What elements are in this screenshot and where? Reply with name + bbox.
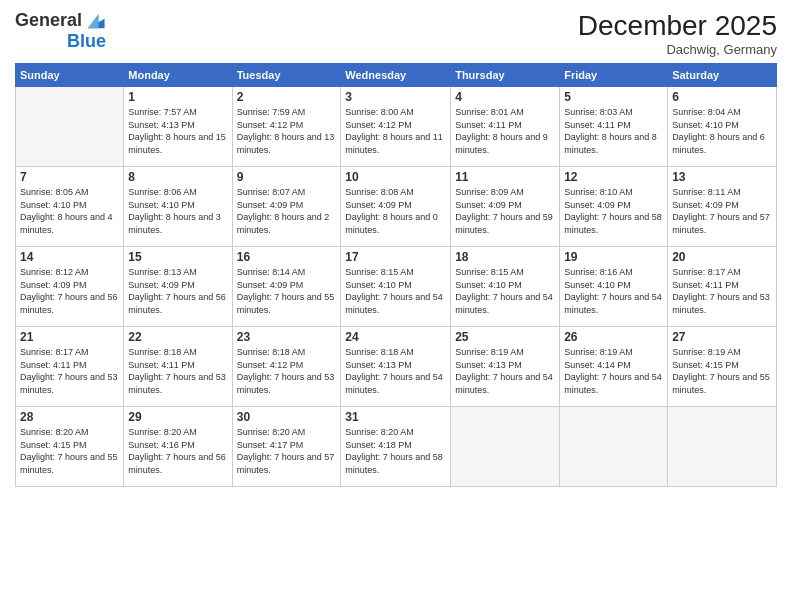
calendar-cell: 5Sunrise: 8:03 AMSunset: 4:11 PMDaylight… [560,87,668,167]
calendar-cell [668,407,777,487]
calendar-cell: 10Sunrise: 8:08 AMSunset: 4:09 PMDayligh… [341,167,451,247]
calendar-cell: 8Sunrise: 8:06 AMSunset: 4:10 PMDaylight… [124,167,232,247]
day-number: 25 [455,330,555,344]
calendar-cell: 7Sunrise: 8:05 AMSunset: 4:10 PMDaylight… [16,167,124,247]
day-info: Sunrise: 8:15 AMSunset: 4:10 PMDaylight:… [345,266,446,316]
day-number: 11 [455,170,555,184]
day-number: 21 [20,330,119,344]
day-number: 31 [345,410,446,424]
header-wednesday: Wednesday [341,64,451,87]
day-info: Sunrise: 8:00 AMSunset: 4:12 PMDaylight:… [345,106,446,156]
day-info: Sunrise: 8:08 AMSunset: 4:09 PMDaylight:… [345,186,446,236]
day-info: Sunrise: 8:15 AMSunset: 4:10 PMDaylight:… [455,266,555,316]
calendar-cell: 9Sunrise: 8:07 AMSunset: 4:09 PMDaylight… [232,167,341,247]
day-info: Sunrise: 8:17 AMSunset: 4:11 PMDaylight:… [672,266,772,316]
day-info: Sunrise: 8:13 AMSunset: 4:09 PMDaylight:… [128,266,227,316]
calendar-cell: 27Sunrise: 8:19 AMSunset: 4:15 PMDayligh… [668,327,777,407]
day-info: Sunrise: 8:20 AMSunset: 4:18 PMDaylight:… [345,426,446,476]
day-info: Sunrise: 8:19 AMSunset: 4:15 PMDaylight:… [672,346,772,396]
calendar-cell: 19Sunrise: 8:16 AMSunset: 4:10 PMDayligh… [560,247,668,327]
calendar-cell: 26Sunrise: 8:19 AMSunset: 4:14 PMDayligh… [560,327,668,407]
day-info: Sunrise: 8:19 AMSunset: 4:14 PMDaylight:… [564,346,663,396]
day-info: Sunrise: 8:18 AMSunset: 4:13 PMDaylight:… [345,346,446,396]
calendar-cell: 28Sunrise: 8:20 AMSunset: 4:15 PMDayligh… [16,407,124,487]
day-info: Sunrise: 8:09 AMSunset: 4:09 PMDaylight:… [455,186,555,236]
day-info: Sunrise: 8:18 AMSunset: 4:11 PMDaylight:… [128,346,227,396]
calendar-cell: 13Sunrise: 8:11 AMSunset: 4:09 PMDayligh… [668,167,777,247]
day-info: Sunrise: 8:05 AMSunset: 4:10 PMDaylight:… [20,186,119,236]
day-info: Sunrise: 8:11 AMSunset: 4:09 PMDaylight:… [672,186,772,236]
header-saturday: Saturday [668,64,777,87]
calendar-cell: 18Sunrise: 8:15 AMSunset: 4:10 PMDayligh… [451,247,560,327]
day-info: Sunrise: 8:18 AMSunset: 4:12 PMDaylight:… [237,346,337,396]
month-title: December 2025 [578,10,777,42]
day-info: Sunrise: 8:20 AMSunset: 4:16 PMDaylight:… [128,426,227,476]
day-number: 22 [128,330,227,344]
calendar-cell: 16Sunrise: 8:14 AMSunset: 4:09 PMDayligh… [232,247,341,327]
calendar-cell: 6Sunrise: 8:04 AMSunset: 4:10 PMDaylight… [668,87,777,167]
logo-general-text: General [15,11,82,31]
day-number: 6 [672,90,772,104]
day-number: 28 [20,410,119,424]
calendar-cell: 20Sunrise: 8:17 AMSunset: 4:11 PMDayligh… [668,247,777,327]
day-number: 2 [237,90,337,104]
calendar-cell: 2Sunrise: 7:59 AMSunset: 4:12 PMDaylight… [232,87,341,167]
day-info: Sunrise: 8:12 AMSunset: 4:09 PMDaylight:… [20,266,119,316]
header-sunday: Sunday [16,64,124,87]
calendar-cell: 29Sunrise: 8:20 AMSunset: 4:16 PMDayligh… [124,407,232,487]
day-info: Sunrise: 8:06 AMSunset: 4:10 PMDaylight:… [128,186,227,236]
calendar-cell: 11Sunrise: 8:09 AMSunset: 4:09 PMDayligh… [451,167,560,247]
title-block: December 2025 Dachwig, Germany [578,10,777,57]
day-number: 9 [237,170,337,184]
calendar-table: Sunday Monday Tuesday Wednesday Thursday… [15,63,777,487]
day-number: 1 [128,90,227,104]
location-subtitle: Dachwig, Germany [578,42,777,57]
header-thursday: Thursday [451,64,560,87]
day-number: 20 [672,250,772,264]
page-container: General Blue December 2025 Dachwig, Germ… [0,0,792,497]
day-info: Sunrise: 8:14 AMSunset: 4:09 PMDaylight:… [237,266,337,316]
calendar-cell: 4Sunrise: 8:01 AMSunset: 4:11 PMDaylight… [451,87,560,167]
calendar-cell: 15Sunrise: 8:13 AMSunset: 4:09 PMDayligh… [124,247,232,327]
day-number: 23 [237,330,337,344]
day-number: 13 [672,170,772,184]
day-number: 30 [237,410,337,424]
calendar-cell: 25Sunrise: 8:19 AMSunset: 4:13 PMDayligh… [451,327,560,407]
day-info: Sunrise: 8:19 AMSunset: 4:13 PMDaylight:… [455,346,555,396]
day-number: 29 [128,410,227,424]
calendar-cell: 31Sunrise: 8:20 AMSunset: 4:18 PMDayligh… [341,407,451,487]
day-number: 4 [455,90,555,104]
calendar-cell: 24Sunrise: 8:18 AMSunset: 4:13 PMDayligh… [341,327,451,407]
calendar-cell [16,87,124,167]
calendar-cell [451,407,560,487]
calendar-cell: 12Sunrise: 8:10 AMSunset: 4:09 PMDayligh… [560,167,668,247]
day-info: Sunrise: 8:07 AMSunset: 4:09 PMDaylight:… [237,186,337,236]
day-number: 15 [128,250,227,264]
day-number: 16 [237,250,337,264]
logo-blue-text: Blue [67,32,106,52]
calendar-header-row: Sunday Monday Tuesday Wednesday Thursday… [16,64,777,87]
day-number: 8 [128,170,227,184]
day-number: 27 [672,330,772,344]
header-friday: Friday [560,64,668,87]
calendar-cell: 21Sunrise: 8:17 AMSunset: 4:11 PMDayligh… [16,327,124,407]
day-info: Sunrise: 8:20 AMSunset: 4:15 PMDaylight:… [20,426,119,476]
day-number: 10 [345,170,446,184]
day-number: 26 [564,330,663,344]
day-number: 24 [345,330,446,344]
day-info: Sunrise: 8:03 AMSunset: 4:11 PMDaylight:… [564,106,663,156]
day-info: Sunrise: 8:01 AMSunset: 4:11 PMDaylight:… [455,106,555,156]
calendar-cell: 3Sunrise: 8:00 AMSunset: 4:12 PMDaylight… [341,87,451,167]
day-info: Sunrise: 7:57 AMSunset: 4:13 PMDaylight:… [128,106,227,156]
calendar-cell: 23Sunrise: 8:18 AMSunset: 4:12 PMDayligh… [232,327,341,407]
logo: General Blue [15,10,106,52]
day-info: Sunrise: 8:04 AMSunset: 4:10 PMDaylight:… [672,106,772,156]
day-info: Sunrise: 7:59 AMSunset: 4:12 PMDaylight:… [237,106,337,156]
header-monday: Monday [124,64,232,87]
day-number: 19 [564,250,663,264]
header-row: General Blue December 2025 Dachwig, Germ… [15,10,777,57]
calendar-cell [560,407,668,487]
day-number: 17 [345,250,446,264]
day-number: 14 [20,250,119,264]
day-number: 7 [20,170,119,184]
